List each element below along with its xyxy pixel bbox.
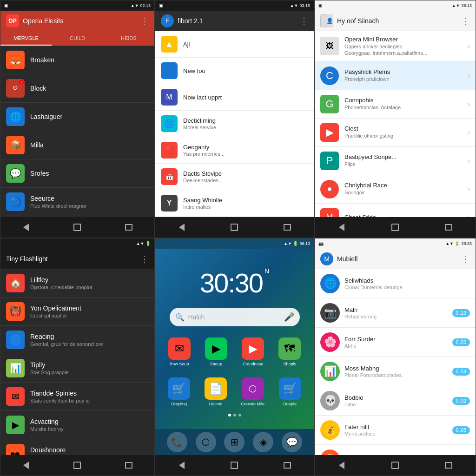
item-icon: 🔵 xyxy=(6,192,25,211)
list-item[interactable]: ✉ Tiandde Spinies Stats comly ition be p… xyxy=(0,383,154,411)
overflow-menu-p6[interactable]: ⋮ xyxy=(462,254,470,264)
app-icon: 📄 xyxy=(205,377,227,400)
list-item[interactable]: 🦊 Broaken xyxy=(0,46,154,74)
home-app-item[interactable]: ▶ Crandnese xyxy=(242,337,264,366)
list-item[interactable]: 🌀 Reacing Geental, grus for de sononclio… xyxy=(0,326,154,354)
item-title: Saang Whiolle xyxy=(183,197,308,204)
recents-button-p5[interactable] xyxy=(279,457,296,474)
list-item[interactable]: 🖼 Opera Mini Browser Oppers ancker decli… xyxy=(315,31,476,62)
item-icon: 📷 xyxy=(320,303,340,323)
back-button-p2[interactable] xyxy=(173,219,190,236)
status-icons-p2: ▲▼ 03:15 xyxy=(290,3,310,8)
item-icon: 🌀 xyxy=(161,115,178,132)
list-item[interactable]: ▶ Clest Prartlilic ofhcor gsting › xyxy=(315,119,476,147)
list-item[interactable]: 📦 Milla xyxy=(0,131,154,159)
item-text: Reacing Geental, grus for de sononcliore xyxy=(30,333,149,347)
list-item[interactable]: 🔵 Seeurce Flue White dreol oragnor xyxy=(0,188,154,216)
app-title-p2: fibort 2.1 xyxy=(178,17,296,25)
home-app-item[interactable]: ⬡ Crenste Mile xyxy=(241,377,265,406)
back-button-p5[interactable] xyxy=(173,457,190,474)
list-item[interactable]: 👹 Yon Opelicatment Crosticpl aoptial xyxy=(0,298,154,326)
overflow-menu-p3[interactable]: ⋮ xyxy=(462,16,470,26)
list-item[interactable]: 🌐 Lashaiguer xyxy=(0,103,154,131)
back-button-p4[interactable] xyxy=(18,457,34,474)
dock-apps[interactable]: ⊞ xyxy=(224,432,245,452)
tab-cuild[interactable]: CUILD xyxy=(52,31,103,46)
home-app-item[interactable]: 🗺 Shopls xyxy=(278,337,301,366)
home-button-p6[interactable] xyxy=(387,457,403,474)
status-bar-p4: ▲▼ 🔋 xyxy=(0,238,154,249)
list-item[interactable]: 🔴 Geoganty Yas pro nnorries... xyxy=(155,137,314,164)
list-item[interactable]: C Pasyshick Plems Proneiph praticlown › xyxy=(315,62,476,90)
app-header-p3: 👤 Hy oof Siinach ⋮ xyxy=(315,11,476,31)
list-item[interactable]: ▲ Aji xyxy=(155,31,314,58)
item-text: Dactls Stevipe Deelinehstades... xyxy=(183,170,308,183)
list-item[interactable]: 💀 Bodble Laho 0..32 xyxy=(315,386,476,416)
home-button-p1[interactable] xyxy=(69,219,86,236)
dock-message[interactable]: 💬 xyxy=(282,432,302,452)
back-button-p1[interactable] xyxy=(18,219,34,236)
list-item[interactable]: 📊 Tiplly Star Sog prapple xyxy=(0,354,154,383)
dock-share[interactable]: ◈ xyxy=(253,432,273,452)
list-item[interactable]: 🏠 Liiltley Opstoral clneolable pooplor xyxy=(0,269,154,298)
recents-button-p6[interactable] xyxy=(440,457,457,474)
home-button-p5[interactable] xyxy=(226,457,243,474)
overflow-menu-p4[interactable]: ⋮ xyxy=(140,254,149,264)
list-item[interactable]: 🌐 Sellwhlads Clonal Dunterrial deturige.… xyxy=(315,269,476,298)
dock: 📞 ⬡ ⊞ ◈ 💬 xyxy=(155,429,314,455)
recents-button-p3[interactable] xyxy=(440,219,457,236)
list-item[interactable]: ● Chniybrial Race Soungoir › xyxy=(315,175,476,204)
home-app-item[interactable]: ✉ Row Soup xyxy=(168,337,191,366)
list-item[interactable]: Y Saang Whiolle Intire malles xyxy=(155,190,314,217)
home-button-p3[interactable] xyxy=(387,219,403,236)
home-app-item[interactable]: 📄 Uoimte xyxy=(205,377,227,406)
list-item[interactable]: 🌸 Forr Surder Abho 0..50 xyxy=(315,328,476,357)
recents-button-p1[interactable] xyxy=(120,219,137,236)
recents-button-p2[interactable] xyxy=(279,219,296,236)
home-app-item[interactable]: ▶ Shoup xyxy=(205,337,227,366)
home-app-item[interactable]: 🛒 Drepling xyxy=(168,377,190,406)
list-item[interactable]: 🛡 ! Block xyxy=(0,74,154,103)
home-button-p4[interactable] xyxy=(69,457,86,474)
item-icon: 🌸 xyxy=(320,332,340,352)
apps-row-1: ✉ Row Soup ▶ Shoup ▶ Crandnese 🗺 Shopls xyxy=(155,334,314,370)
list-item[interactable]: M Now lact upprt xyxy=(155,84,314,111)
list-item[interactable]: 🌀 Decticliming Moteal service xyxy=(155,111,314,137)
nav-bar-p3 xyxy=(315,217,476,238)
item-title: Geoganty xyxy=(183,144,308,151)
list-item[interactable]: 📊 Moss Mabng Plonal Forurodanoplades. 0.… xyxy=(315,357,476,386)
recents-button-p4[interactable] xyxy=(120,457,137,474)
item-icon: ▶ xyxy=(320,123,339,142)
list-item[interactable]: 📅 Dactls Stevipe Deelinehstades... xyxy=(155,164,314,190)
item-icon: 🏘 xyxy=(6,444,25,455)
list-item[interactable]: G Connpohis Phonertinnclas, Actalage › xyxy=(315,90,476,119)
back-button-p3[interactable] xyxy=(333,219,350,236)
list-item[interactable]: ▶ Acvacting Mulsite hooroy xyxy=(0,411,154,439)
microphone-icon[interactable]: 🎤 xyxy=(284,312,294,322)
dock-phone[interactable]: 📞 xyxy=(167,432,187,452)
item-icon: 🌐 xyxy=(6,107,25,126)
list-item[interactable]: 👤 New fou xyxy=(155,58,314,84)
tab-mervgle[interactable]: MERVGLE xyxy=(0,31,52,46)
item-title: Tiplly xyxy=(30,361,149,369)
item-title: Bodble xyxy=(344,394,448,401)
tab-heids[interactable]: HEIDS xyxy=(103,31,154,46)
item-title: Reacing xyxy=(30,333,149,340)
overflow-menu-p1[interactable]: ⋮ xyxy=(140,16,149,26)
dock-grid[interactable]: ⬡ xyxy=(196,432,216,452)
list-item[interactable]: 🏘 Doushnoore Kiedaing provelibliity xyxy=(0,439,154,455)
back-button-p6[interactable] xyxy=(333,457,350,474)
home-button-p2[interactable] xyxy=(226,219,243,236)
overflow-menu-p2[interactable]: ⋮ xyxy=(300,16,308,26)
search-bar[interactable]: 🔍 Halch 🎤 xyxy=(170,308,300,326)
tab-bar-p1: MERVGLE CUILD HEIDS xyxy=(0,31,154,46)
list-item[interactable]: P Basbpyecl Soripe... Filps › xyxy=(315,147,476,175)
item-sub: Proneiph praticlown xyxy=(344,76,462,82)
list-item[interactable]: 📷 Malri Rebad esrong 0..19 xyxy=(315,298,476,328)
home-app-item[interactable]: 🛒 Doople xyxy=(279,377,301,406)
list-item[interactable]: M Cheot Stide › xyxy=(315,204,476,217)
app-header-p2: F fibort 2.1 ⋮ xyxy=(155,11,314,31)
list-item[interactable]: 💬 Srofes xyxy=(0,159,154,188)
list-item[interactable]: 💰 Fater nilit Menti sccluce 0..65 xyxy=(315,416,476,445)
list-item[interactable]: 📦 Decigpron xyxy=(315,445,476,455)
